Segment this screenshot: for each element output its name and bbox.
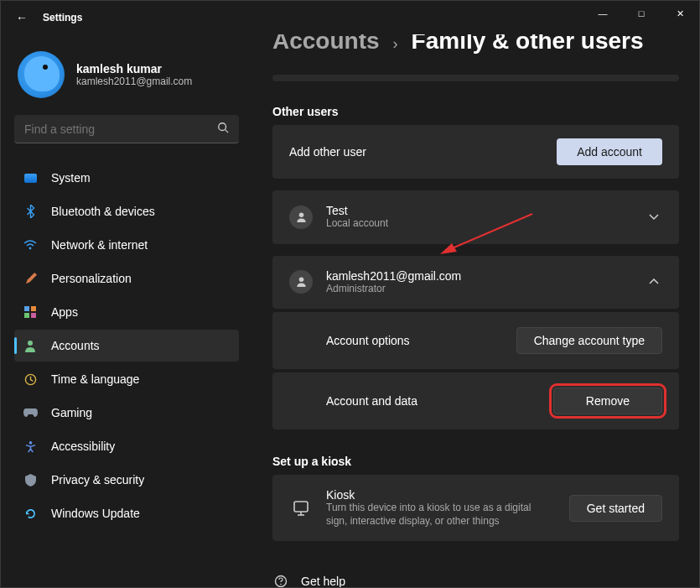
sidebar-item-time[interactable]: Time & language <box>14 363 239 395</box>
add-user-row: Add other user Add account <box>272 125 679 179</box>
sidebar-item-accessibility[interactable]: Accessibility <box>14 430 239 462</box>
account-options-label: Account options <box>326 334 516 347</box>
close-button[interactable]: ✕ <box>661 1 699 26</box>
get-started-button[interactable]: Get started <box>569 495 662 522</box>
svg-point-2 <box>29 247 32 250</box>
user-row-kamlesh[interactable]: kamlesh2011@gmail.com Administrator <box>272 256 679 310</box>
svg-point-14 <box>280 584 282 585</box>
maximize-button[interactable]: □ <box>622 1 661 26</box>
chevron-down-icon <box>646 211 662 223</box>
gamepad-icon <box>23 405 38 420</box>
get-help-label: Get help <box>301 575 345 588</box>
account-options-row: Account options Change account type <box>272 312 679 369</box>
kiosk-row: Kiosk Turn this device into a kiosk to u… <box>272 475 679 541</box>
nav-list: System Bluetooth & devices Network & int… <box>14 162 239 529</box>
back-icon[interactable]: ← <box>16 11 28 24</box>
window-controls: — □ ✕ <box>583 1 699 26</box>
shield-icon <box>23 472 38 487</box>
profile-email: kamlesh2011@gmail.com <box>76 75 192 87</box>
page-title: Family & other users <box>412 34 644 55</box>
sidebar-item-label: Privacy & security <box>51 473 144 487</box>
sidebar-item-accounts[interactable]: Accounts <box>14 330 239 362</box>
sidebar-item-label: Gaming <box>51 406 92 419</box>
sidebar-item-label: Accounts <box>51 339 100 352</box>
sidebar-item-update[interactable]: Windows Update <box>14 497 239 529</box>
chevron-right-icon: › <box>393 35 398 53</box>
change-account-type-button[interactable]: Change account type <box>516 327 662 354</box>
titlebar: ← Settings — □ ✕ <box>1 1 699 34</box>
svg-point-5 <box>29 440 32 444</box>
sidebar-item-system[interactable]: System <box>14 162 239 194</box>
sidebar-item-label: Time & language <box>51 372 139 386</box>
breadcrumb: Accounts › Family & other users <box>272 34 679 55</box>
sidebar-item-gaming[interactable]: Gaming <box>14 397 239 429</box>
svg-point-3 <box>28 341 33 346</box>
sidebar-item-apps[interactable]: Apps <box>14 296 239 328</box>
add-account-button[interactable]: Add account <box>557 138 662 165</box>
sidebar-item-label: Windows Update <box>51 507 140 520</box>
sidebar-item-bluetooth[interactable]: Bluetooth & devices <box>14 195 239 227</box>
sidebar-item-label: Apps <box>51 305 78 319</box>
svg-point-0 <box>219 123 226 131</box>
breadcrumb-parent[interactable]: Accounts <box>272 34 380 55</box>
profile-block[interactable]: kamlesh kumar kamlesh2011@gmail.com <box>18 51 239 98</box>
avatar <box>18 51 65 98</box>
person-icon <box>23 338 38 353</box>
sidebar-item-network[interactable]: Network & internet <box>14 229 239 261</box>
content-area: Accounts › Family & other users Other us… <box>252 34 699 588</box>
sidebar-item-privacy[interactable]: Privacy & security <box>14 464 239 496</box>
clock-icon <box>23 372 38 387</box>
window-title: Settings <box>43 12 82 23</box>
search-box[interactable] <box>14 115 239 143</box>
minimize-button[interactable]: — <box>583 1 622 26</box>
update-icon <box>23 506 38 521</box>
person-icon <box>289 270 313 294</box>
person-icon <box>289 206 313 229</box>
section-kiosk: Set up a kiosk <box>272 455 679 468</box>
brush-icon <box>23 271 38 286</box>
kiosk-desc: Turn this device into a kiosk to use as … <box>326 502 544 528</box>
search-icon <box>217 122 229 136</box>
user-role: Local account <box>326 217 544 231</box>
account-data-row: Account and data Remove <box>272 372 679 429</box>
user-name: kamlesh2011@gmail.com <box>326 269 646 283</box>
help-icon <box>274 575 301 588</box>
sidebar: kamlesh kumar kamlesh2011@gmail.com Syst… <box>1 34 252 531</box>
user-name: Test <box>326 204 646 217</box>
svg-rect-10 <box>294 502 308 512</box>
bluetooth-icon <box>23 204 38 219</box>
kiosk-icon <box>289 497 313 520</box>
sidebar-item-label: System <box>51 171 91 185</box>
user-role: Administrator <box>326 283 544 296</box>
accessibility-icon <box>23 439 38 454</box>
svg-line-1 <box>226 130 229 133</box>
sidebar-item-personalization[interactable]: Personalization <box>14 263 239 294</box>
get-help-link[interactable]: Get help <box>272 566 679 588</box>
account-data-label: Account and data <box>326 394 553 408</box>
sidebar-item-label: Personalization <box>51 272 132 285</box>
wifi-icon <box>23 237 38 252</box>
apps-icon <box>23 304 38 320</box>
svg-point-6 <box>298 212 303 217</box>
top-divider <box>272 75 679 81</box>
user-row-test[interactable]: Test Local account <box>272 190 679 244</box>
search-input[interactable] <box>24 122 217 136</box>
section-other-users: Other users <box>272 105 679 118</box>
remove-button[interactable]: Remove <box>553 388 662 414</box>
svg-point-7 <box>298 278 303 283</box>
sidebar-item-label: Accessibility <box>51 440 115 453</box>
chevron-up-icon <box>646 276 662 288</box>
profile-name: kamlesh kumar <box>76 62 192 76</box>
add-user-label: Add other user <box>289 145 557 159</box>
sidebar-item-label: Network & internet <box>51 238 148 252</box>
kiosk-title: Kiosk <box>326 488 569 502</box>
sidebar-item-label: Bluetooth & devices <box>51 205 155 218</box>
system-icon <box>23 170 38 185</box>
